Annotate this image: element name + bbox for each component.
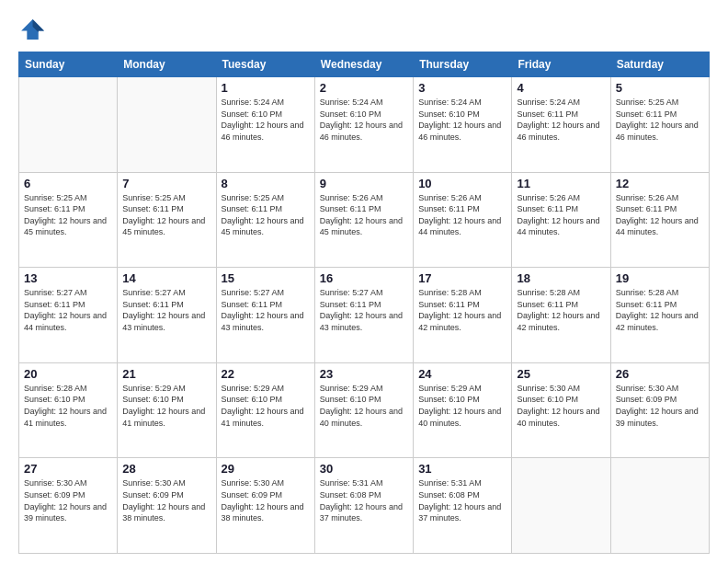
day-number: 1 — [222, 81, 310, 95]
calendar-day-cell: 18Sunrise: 5:28 AM Sunset: 6:11 PM Dayli… — [512, 268, 610, 363]
day-number: 27 — [24, 462, 112, 476]
day-info: Sunrise: 5:29 AM Sunset: 6:10 PM Dayligh… — [222, 383, 310, 429]
logo-icon — [18, 17, 44, 42]
calendar-day-cell: 2Sunrise: 5:24 AM Sunset: 6:10 PM Daylig… — [314, 77, 413, 173]
calendar-day-cell: 26Sunrise: 5:30 AM Sunset: 6:09 PM Dayli… — [610, 362, 709, 458]
day-number: 17 — [418, 271, 506, 285]
calendar-header-row: SundayMondayTuesdayWednesdayThursdayFrid… — [19, 52, 710, 77]
day-number: 6 — [24, 177, 112, 190]
calendar-day-cell — [512, 458, 610, 554]
calendar-day-cell — [19, 77, 118, 173]
day-info: Sunrise: 5:30 AM Sunset: 6:09 PM Dayligh… — [616, 383, 704, 429]
day-info: Sunrise: 5:26 AM Sunset: 6:11 PM Dayligh… — [418, 192, 506, 238]
calendar-day-cell: 28Sunrise: 5:30 AM Sunset: 6:09 PM Dayli… — [118, 458, 216, 554]
day-info: Sunrise: 5:27 AM Sunset: 6:11 PM Dayligh… — [320, 287, 408, 333]
day-of-week-header: Saturday — [610, 52, 709, 77]
day-info: Sunrise: 5:30 AM Sunset: 6:09 PM Dayligh… — [24, 477, 112, 523]
day-info: Sunrise: 5:31 AM Sunset: 6:08 PM Dayligh… — [418, 477, 506, 523]
day-number: 2 — [320, 81, 408, 95]
calendar-day-cell: 8Sunrise: 5:25 AM Sunset: 6:11 PM Daylig… — [216, 172, 314, 268]
day-info: Sunrise: 5:24 AM Sunset: 6:10 PM Dayligh… — [418, 97, 506, 143]
calendar-day-cell: 10Sunrise: 5:26 AM Sunset: 6:11 PM Dayli… — [414, 172, 512, 268]
day-info: Sunrise: 5:28 AM Sunset: 6:11 PM Dayligh… — [616, 287, 704, 333]
calendar-day-cell — [118, 77, 216, 173]
day-number: 11 — [517, 177, 605, 190]
calendar-day-cell: 1Sunrise: 5:24 AM Sunset: 6:10 PM Daylig… — [216, 77, 314, 173]
header — [18, 17, 710, 42]
day-of-week-header: Tuesday — [216, 52, 314, 77]
day-number: 4 — [517, 81, 605, 95]
day-number: 30 — [320, 462, 408, 476]
day-info: Sunrise: 5:24 AM Sunset: 6:10 PM Dayligh… — [222, 97, 310, 143]
day-info: Sunrise: 5:26 AM Sunset: 6:11 PM Dayligh… — [320, 192, 408, 238]
day-info: Sunrise: 5:29 AM Sunset: 6:10 PM Dayligh… — [320, 383, 408, 429]
calendar-day-cell: 20Sunrise: 5:28 AM Sunset: 6:10 PM Dayli… — [19, 362, 118, 458]
day-info: Sunrise: 5:30 AM Sunset: 6:09 PM Dayligh… — [122, 477, 210, 523]
day-number: 7 — [122, 177, 210, 190]
day-number: 14 — [122, 271, 210, 285]
day-info: Sunrise: 5:26 AM Sunset: 6:11 PM Dayligh… — [616, 192, 704, 238]
calendar-day-cell: 24Sunrise: 5:29 AM Sunset: 6:10 PM Dayli… — [414, 362, 512, 458]
calendar-day-cell: 6Sunrise: 5:25 AM Sunset: 6:11 PM Daylig… — [19, 172, 118, 268]
day-number: 3 — [418, 81, 506, 95]
day-of-week-header: Wednesday — [314, 52, 413, 77]
logo — [18, 17, 48, 42]
calendar-day-cell: 19Sunrise: 5:28 AM Sunset: 6:11 PM Dayli… — [610, 268, 709, 363]
calendar-day-cell: 9Sunrise: 5:26 AM Sunset: 6:11 PM Daylig… — [314, 172, 413, 268]
calendar-day-cell: 29Sunrise: 5:30 AM Sunset: 6:09 PM Dayli… — [216, 458, 314, 554]
day-info: Sunrise: 5:28 AM Sunset: 6:11 PM Dayligh… — [517, 287, 605, 333]
day-info: Sunrise: 5:30 AM Sunset: 6:10 PM Dayligh… — [517, 383, 605, 429]
calendar-week-row: 1Sunrise: 5:24 AM Sunset: 6:10 PM Daylig… — [19, 77, 710, 173]
calendar-day-cell — [610, 458, 709, 554]
day-number: 15 — [222, 271, 310, 285]
calendar-day-cell: 13Sunrise: 5:27 AM Sunset: 6:11 PM Dayli… — [19, 268, 118, 363]
calendar-day-cell: 4Sunrise: 5:24 AM Sunset: 6:11 PM Daylig… — [512, 77, 610, 173]
calendar-day-cell: 27Sunrise: 5:30 AM Sunset: 6:09 PM Dayli… — [19, 458, 118, 554]
day-info: Sunrise: 5:27 AM Sunset: 6:11 PM Dayligh… — [222, 287, 310, 333]
day-info: Sunrise: 5:28 AM Sunset: 6:11 PM Dayligh… — [418, 287, 506, 333]
day-number: 12 — [616, 177, 704, 190]
calendar-day-cell: 22Sunrise: 5:29 AM Sunset: 6:10 PM Dayli… — [216, 362, 314, 458]
calendar-day-cell: 23Sunrise: 5:29 AM Sunset: 6:10 PM Dayli… — [314, 362, 413, 458]
day-info: Sunrise: 5:29 AM Sunset: 6:10 PM Dayligh… — [122, 383, 210, 429]
day-info: Sunrise: 5:31 AM Sunset: 6:08 PM Dayligh… — [320, 477, 408, 523]
day-info: Sunrise: 5:27 AM Sunset: 6:11 PM Dayligh… — [122, 287, 210, 333]
day-number: 28 — [122, 462, 210, 476]
day-of-week-header: Monday — [118, 52, 216, 77]
day-info: Sunrise: 5:28 AM Sunset: 6:10 PM Dayligh… — [24, 383, 112, 429]
day-info: Sunrise: 5:25 AM Sunset: 6:11 PM Dayligh… — [222, 192, 310, 238]
day-number: 29 — [222, 462, 310, 476]
calendar-day-cell: 17Sunrise: 5:28 AM Sunset: 6:11 PM Dayli… — [414, 268, 512, 363]
day-number: 20 — [24, 367, 112, 381]
calendar-day-cell: 7Sunrise: 5:25 AM Sunset: 6:11 PM Daylig… — [118, 172, 216, 268]
day-number: 9 — [320, 177, 408, 190]
calendar-day-cell: 30Sunrise: 5:31 AM Sunset: 6:08 PM Dayli… — [314, 458, 413, 554]
day-number: 8 — [222, 177, 310, 190]
day-info: Sunrise: 5:26 AM Sunset: 6:11 PM Dayligh… — [517, 192, 605, 238]
day-info: Sunrise: 5:25 AM Sunset: 6:11 PM Dayligh… — [616, 97, 704, 143]
page: SundayMondayTuesdayWednesdayThursdayFrid… — [0, 0, 728, 563]
day-number: 26 — [616, 367, 704, 381]
day-number: 24 — [418, 367, 506, 381]
day-info: Sunrise: 5:25 AM Sunset: 6:11 PM Dayligh… — [122, 192, 210, 238]
calendar-day-cell: 21Sunrise: 5:29 AM Sunset: 6:10 PM Dayli… — [118, 362, 216, 458]
calendar-week-row: 6Sunrise: 5:25 AM Sunset: 6:11 PM Daylig… — [19, 172, 710, 268]
calendar-day-cell: 25Sunrise: 5:30 AM Sunset: 6:10 PM Dayli… — [512, 362, 610, 458]
calendar-week-row: 27Sunrise: 5:30 AM Sunset: 6:09 PM Dayli… — [19, 458, 710, 554]
calendar-week-row: 20Sunrise: 5:28 AM Sunset: 6:10 PM Dayli… — [19, 362, 710, 458]
day-number: 5 — [616, 81, 704, 95]
calendar-day-cell: 14Sunrise: 5:27 AM Sunset: 6:11 PM Dayli… — [118, 268, 216, 363]
calendar-table: SundayMondayTuesdayWednesdayThursdayFrid… — [18, 52, 710, 554]
calendar-day-cell: 15Sunrise: 5:27 AM Sunset: 6:11 PM Dayli… — [216, 268, 314, 363]
day-of-week-header: Friday — [512, 52, 610, 77]
day-info: Sunrise: 5:30 AM Sunset: 6:09 PM Dayligh… — [222, 477, 310, 523]
day-number: 31 — [418, 462, 506, 476]
day-info: Sunrise: 5:27 AM Sunset: 6:11 PM Dayligh… — [24, 287, 112, 333]
day-number: 16 — [320, 271, 408, 285]
day-number: 21 — [122, 367, 210, 381]
day-number: 18 — [517, 271, 605, 285]
day-number: 25 — [517, 367, 605, 381]
day-of-week-header: Sunday — [19, 52, 118, 77]
day-info: Sunrise: 5:24 AM Sunset: 6:10 PM Dayligh… — [320, 97, 408, 143]
day-info: Sunrise: 5:24 AM Sunset: 6:11 PM Dayligh… — [517, 97, 605, 143]
